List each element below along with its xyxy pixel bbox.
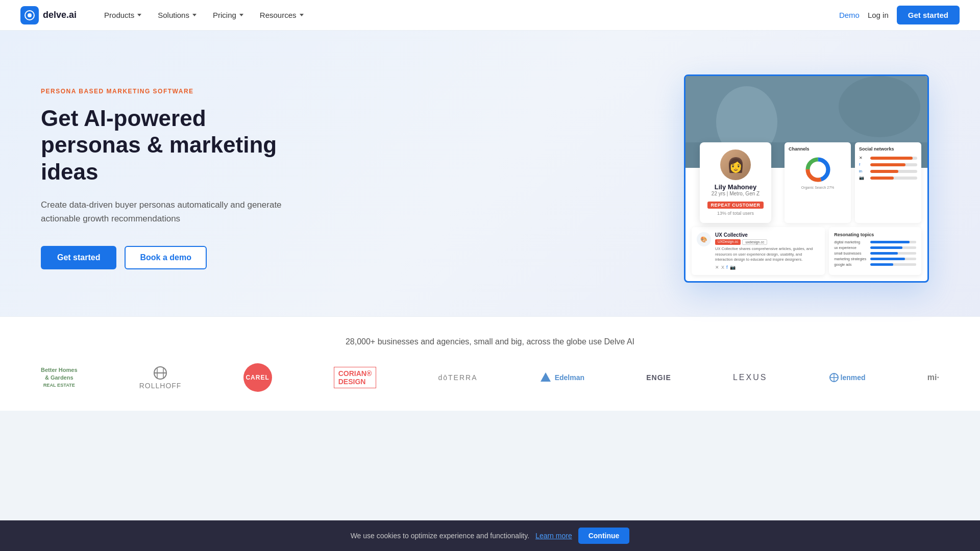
nav-pricing[interactable]: Pricing xyxy=(206,7,251,23)
ux-badge-primary: UXDesign.cc xyxy=(715,239,741,245)
chevron-down-icon xyxy=(239,14,243,16)
logo-mi: mi· xyxy=(927,365,939,390)
logo-corian: CORIAN®DESIGN xyxy=(334,365,377,390)
chevron-down-icon xyxy=(137,14,141,16)
bar-row-fb: f xyxy=(859,162,917,167)
logo-doterra: dōTERRA xyxy=(438,365,477,390)
get-started-nav-button[interactable]: Get started xyxy=(897,6,960,24)
logo-engie: ENGIE xyxy=(646,365,671,390)
navbar: delve.ai Products Solutions Pricing Reso… xyxy=(0,0,980,31)
logo-edelman: Edelman xyxy=(540,365,584,390)
persona-card: 👩 Lily Mahoney 22 yrs | Metro, Gen Z REP… xyxy=(700,142,771,223)
logo-better-homes: Better Homes& GardensREAL ESTATE xyxy=(41,365,78,390)
persona-name: Lily Mahoney xyxy=(707,183,764,191)
resonating-title: Resonating topics xyxy=(834,232,916,237)
res-row-2: small businesses xyxy=(834,252,916,255)
login-link[interactable]: Log in xyxy=(868,11,889,19)
book-demo-button[interactable]: Book a demo xyxy=(125,246,206,269)
bar-row-x: ✕ xyxy=(859,156,917,160)
logo[interactable]: delve.ai xyxy=(20,6,77,24)
svg-marker-14 xyxy=(541,372,551,382)
ux-description: UX Collective shares comprehensive artic… xyxy=(715,246,820,263)
res-row-0: digital marketing xyxy=(834,240,916,244)
resonating-bars: digital marketing ux experience small bu… xyxy=(834,240,916,266)
cookie-message: We use cookies to optimize experience an… xyxy=(351,532,529,540)
hero-buttons: Get started Book a demo xyxy=(41,246,286,269)
svg-point-4 xyxy=(839,76,920,137)
ux-badge-secondary: uxdesign.cc xyxy=(742,239,767,245)
social-panel: Social networks ✕ f xyxy=(855,142,921,223)
hero-right: 👩 Lily Mahoney 22 yrs | Metro, Gen Z REP… xyxy=(684,74,939,283)
resonating-panel: Resonating topics digital marketing ux e… xyxy=(829,227,921,275)
persona-percent: 13% of total users xyxy=(707,211,764,216)
social-bars: ✕ f in xyxy=(859,156,917,180)
ux-social-icons: ✕ X f 📷 xyxy=(715,265,820,270)
res-row-1: ux experience xyxy=(834,246,916,249)
logo-lenmed: lenmed xyxy=(829,365,866,390)
donut-chart xyxy=(804,156,832,184)
persona-meta: 22 yrs | Metro, Gen Z xyxy=(707,191,764,196)
svg-point-1 xyxy=(28,13,32,17)
logos-section: 28,000+ businesses and agencies, small a… xyxy=(0,316,980,411)
ux-panel: 🎨 UX Collective UXDesign.cc uxdesign.cc … xyxy=(692,227,825,275)
ux-logo: 🎨 xyxy=(697,232,711,246)
donut-label: Organic Search 27% xyxy=(789,186,847,189)
nav-products[interactable]: Products xyxy=(97,7,149,23)
chevron-down-icon xyxy=(300,14,304,16)
logos-headline: 28,000+ businesses and agencies, small a… xyxy=(41,337,939,346)
logos-row: Better Homes& GardensREAL ESTATE ROLLHOF… xyxy=(41,365,939,390)
nav-links: Products Solutions Pricing Resources xyxy=(97,7,839,23)
cookie-banner: We use cookies to optimize experience an… xyxy=(0,520,980,551)
logo-icon xyxy=(20,6,39,24)
chevron-down-icon xyxy=(192,14,197,16)
channels-panel: Channels Organic Search 27% xyxy=(785,142,851,223)
hero-section: PERSONA BASED MARKETING SOFTWARE Get AI-… xyxy=(0,31,980,316)
res-row-4: google ads xyxy=(834,263,916,266)
logo-rollhoff: ROLLHOFF xyxy=(139,365,182,390)
hero-title: Get AI-powered personas & marketing idea… xyxy=(41,105,286,186)
demo-link[interactable]: Demo xyxy=(839,11,860,19)
logo-carel: CAREL xyxy=(243,365,272,390)
hero-left: PERSONA BASED MARKETING SOFTWARE Get AI-… xyxy=(41,88,286,270)
social-title: Social networks xyxy=(859,146,917,152)
res-row-3: marketing strategies xyxy=(834,257,916,261)
get-started-button[interactable]: Get started xyxy=(41,246,116,269)
hero-image: 👩 Lily Mahoney 22 yrs | Metro, Gen Z REP… xyxy=(684,74,929,283)
logo-lexus: LEXUS xyxy=(733,365,767,390)
bar-row-ig: 📷 xyxy=(859,176,917,180)
ux-title: UX Collective xyxy=(715,232,820,238)
hero-description: Create data-driven buyer personas automa… xyxy=(41,198,286,226)
bar-row-li: in xyxy=(859,169,917,173)
nav-right: Demo Log in Get started xyxy=(839,6,960,24)
nav-solutions[interactable]: Solutions xyxy=(151,7,204,23)
nav-resources[interactable]: Resources xyxy=(253,7,311,23)
channels-title: Channels xyxy=(789,146,847,152)
cookie-continue-button[interactable]: Continue xyxy=(578,528,630,544)
hero-tag: PERSONA BASED MARKETING SOFTWARE xyxy=(41,88,286,95)
logo-text: delve.ai xyxy=(43,10,77,20)
cookie-learn-more[interactable]: Learn more xyxy=(535,532,572,540)
persona-badge: REPEAT CUSTOMER xyxy=(707,202,763,209)
